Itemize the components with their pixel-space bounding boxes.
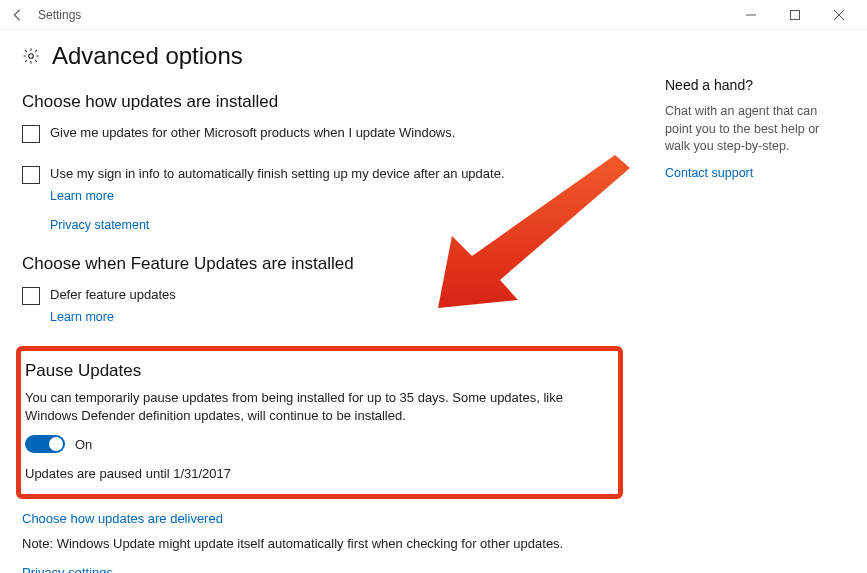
close-button[interactable] bbox=[817, 0, 861, 30]
checkbox-icon[interactable] bbox=[22, 166, 40, 184]
minimize-button[interactable] bbox=[729, 0, 773, 30]
window-controls bbox=[729, 0, 861, 30]
sidebar-heading: Need a hand? bbox=[665, 77, 845, 93]
svg-rect-1 bbox=[791, 10, 800, 19]
section-heading: Choose how updates are installed bbox=[22, 92, 625, 112]
checkbox-row-other-products[interactable]: Give me updates for other Microsoft prod… bbox=[22, 124, 625, 143]
page-title: Advanced options bbox=[52, 42, 243, 70]
checkbox-row-defer[interactable]: Defer feature updates bbox=[22, 286, 625, 305]
window-title: Settings bbox=[38, 8, 81, 22]
checkbox-icon[interactable] bbox=[22, 125, 40, 143]
highlight-pause-updates: Pause Updates You can temporarily pause … bbox=[16, 346, 623, 499]
toggle-knob bbox=[49, 437, 63, 451]
privacy-settings-link[interactable]: Privacy settings bbox=[22, 565, 113, 573]
checkbox-row-signin-info[interactable]: Use my sign in info to automatically fin… bbox=[22, 165, 625, 184]
title-bar: Settings bbox=[0, 0, 867, 30]
sidebar-body: Chat with an agent that can point you to… bbox=[665, 103, 845, 156]
maximize-button[interactable] bbox=[773, 0, 817, 30]
checkbox-label: Give me updates for other Microsoft prod… bbox=[50, 124, 455, 142]
learn-more-link[interactable]: Learn more bbox=[50, 189, 114, 203]
gear-icon bbox=[22, 47, 40, 65]
section-heading: Choose when Feature Updates are installe… bbox=[22, 254, 625, 274]
sidebar-help: Need a hand? Chat with an agent that can… bbox=[665, 42, 845, 573]
toggle-label: On bbox=[75, 437, 92, 452]
pause-toggle[interactable] bbox=[25, 435, 65, 453]
learn-more-link[interactable]: Learn more bbox=[50, 310, 114, 324]
section-feature-updates: Choose when Feature Updates are installe… bbox=[22, 254, 625, 324]
pause-toggle-row: On bbox=[25, 435, 606, 453]
checkbox-label: Defer feature updates bbox=[50, 286, 176, 304]
footer-note: Note: Windows Update might update itself… bbox=[22, 536, 625, 551]
contact-support-link[interactable]: Contact support bbox=[665, 166, 753, 180]
pause-status-text: Updates are paused until 1/31/2017 bbox=[25, 465, 606, 483]
titlebar-left: Settings bbox=[10, 8, 81, 22]
back-icon[interactable] bbox=[10, 8, 24, 22]
checkbox-icon[interactable] bbox=[22, 287, 40, 305]
delivery-link[interactable]: Choose how updates are delivered bbox=[22, 511, 223, 526]
svg-point-4 bbox=[29, 54, 34, 59]
privacy-statement-link[interactable]: Privacy statement bbox=[50, 218, 149, 232]
section-install-how: Choose how updates are installed Give me… bbox=[22, 92, 625, 232]
pause-description: You can temporarily pause updates from b… bbox=[25, 389, 606, 425]
page-title-row: Advanced options bbox=[22, 42, 625, 70]
checkbox-label: Use my sign in info to automatically fin… bbox=[50, 165, 505, 183]
section-heading: Pause Updates bbox=[25, 361, 606, 381]
